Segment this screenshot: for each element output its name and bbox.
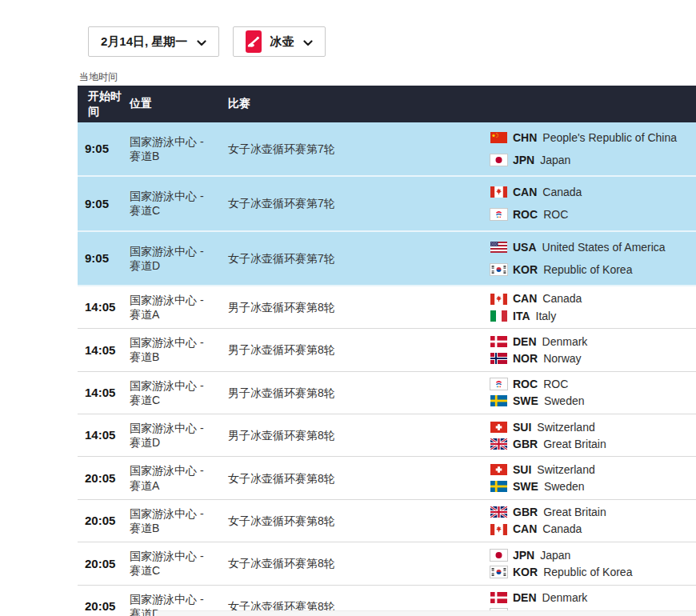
team-name: Canada [542, 522, 582, 536]
team: NORNorway [490, 350, 696, 366]
team: DENDenmark [490, 333, 696, 350]
start-time: 9:05 [78, 141, 128, 157]
team: CANCanada [490, 290, 696, 307]
team-code: SWE [513, 394, 538, 408]
header-location: 位置 [128, 96, 227, 111]
match-title: 男子冰壶循环赛第8轮 [227, 342, 490, 357]
team: SUISwitzerland [490, 461, 696, 478]
teams: SUISwitzerlandSWESweden [490, 457, 696, 498]
location: 国家游泳中心 - 赛道A [128, 288, 227, 326]
team: CANCanada [490, 181, 696, 203]
match-title: 女子冰壶循环赛第7轮 [227, 251, 490, 266]
flag-can-icon [490, 294, 507, 305]
flag-den-icon [490, 592, 507, 603]
team-code: KOR [513, 565, 538, 579]
start-time: 20:05 [78, 470, 128, 486]
team: CHNPeople's Republic of China [490, 126, 696, 149]
team: JPNJapan [490, 149, 696, 171]
team-code: NOR [513, 351, 538, 366]
team: GBRGreat Britain [490, 435, 696, 452]
start-time: 20:05 [78, 598, 128, 614]
chevron-down-icon [197, 35, 206, 49]
team: KORRepublic of Korea [490, 563, 696, 580]
team-name: Norway [543, 351, 581, 366]
team-name: ROC [543, 207, 568, 222]
schedule-row[interactable]: 14:05国家游泳中心 - 赛道D男子冰壶循环赛第8轮SUISwitzerlan… [78, 414, 696, 457]
team-name: Canada [542, 291, 582, 306]
team: DENDenmark [490, 590, 696, 606]
location: 国家游泳中心 - 赛道B [128, 130, 227, 168]
team-name: Italy [536, 309, 557, 323]
team-code: SUI [513, 462, 531, 477]
flag-roc-icon [490, 378, 507, 390]
team-name: People's Republic of China [542, 130, 677, 145]
team-name: Sweden [544, 479, 585, 494]
schedule-table-header: 开始时间 位置 比赛 [78, 86, 696, 122]
flag-sui-icon [490, 464, 507, 475]
location: 国家游泳中心 - 赛道B [128, 330, 227, 369]
flag-jpn-icon [490, 154, 507, 166]
team-code: CAN [513, 185, 537, 199]
teams: ROCROCSWESweden [490, 372, 696, 414]
location: 国家游泳中心 - 赛道D [128, 416, 227, 454]
flag-nor-icon [490, 353, 507, 364]
schedule-row[interactable]: 20:05国家游泳中心 - 赛道A女子冰壶循环赛第8轮SUISwitzerlan… [78, 457, 696, 499]
team-name: Canada [542, 185, 582, 199]
team: USAUnited States of America [490, 236, 696, 258]
schedule-row[interactable]: 9:05国家游泳中心 - 赛道B女子冰壶循环赛第7轮CHNPeople's Re… [78, 122, 696, 177]
team-name: Denmark [542, 590, 588, 605]
team: GBRGreat Britain [490, 504, 696, 521]
teams: CHNPeople's Republic of ChinaJPNJapan [490, 122, 696, 175]
team-code: USA [513, 240, 537, 254]
team: ITAItaly [490, 307, 696, 324]
start-time: 14:05 [78, 385, 128, 401]
teams: JPNJapanKORRepublic of Korea [490, 542, 696, 584]
schedule-row[interactable]: 14:05国家游泳中心 - 赛道A男子冰壶循环赛第8轮CANCanadaITAI… [78, 286, 696, 329]
team-code: CHN [513, 130, 537, 145]
team: CANCanada [490, 521, 696, 538]
match-title: 女子冰壶循环赛第7轮 [227, 142, 490, 156]
teams: USAUnited States of AmericaKORRepublic o… [490, 232, 696, 285]
team-code: JPN [513, 548, 534, 562]
flag-usa-icon [490, 242, 507, 253]
team-name: Switzerland [537, 420, 594, 434]
schedule-row[interactable]: 14:05国家游泳中心 - 赛道B男子冰壶循环赛第8轮DENDenmarkNOR… [78, 329, 696, 371]
team-code: ROC [513, 377, 538, 391]
location: 国家游泳中心 - 赛道C [128, 374, 227, 412]
start-time: 9:05 [78, 250, 128, 266]
start-time: 20:05 [78, 556, 128, 572]
schedule-row[interactable]: 20:05国家游泳中心 - 赛道C女子冰壶循环赛第8轮JPNJapanKORRe… [78, 542, 696, 585]
location: 国家游泳中心 - 赛道D [128, 239, 227, 278]
match-title: 女子冰壶循环赛第8轮 [227, 514, 490, 528]
team-name: United States of America [542, 240, 666, 254]
team-name: Sweden [544, 394, 585, 408]
team: JPNJapan [490, 546, 696, 563]
start-time: 14:05 [78, 299, 128, 315]
team-name: Great Britain [543, 437, 606, 451]
flag-sui-icon [490, 422, 507, 433]
schedule-row[interactable]: 9:05国家游泳中心 - 赛道D女子冰壶循环赛第7轮USAUnited Stat… [78, 232, 696, 286]
match-title: 女子冰壶循环赛第8轮 [227, 556, 490, 570]
start-time: 14:05 [78, 427, 128, 443]
date-filter-label: 2月14日, 星期一 [101, 34, 187, 50]
team-code: KOR [513, 262, 538, 277]
sport-filter-dropdown[interactable]: 冰壶 [233, 26, 326, 57]
date-filter-dropdown[interactable]: 2月14日, 星期一 [88, 26, 219, 57]
schedule-rows: 9:05国家游泳中心 - 赛道B女子冰壶循环赛第7轮CHNPeople's Re… [78, 122, 696, 616]
team-code: GBR [513, 505, 538, 519]
schedule-row[interactable]: 20:05国家游泳中心 - 赛道B女子冰壶循环赛第8轮GBRGreat Brit… [78, 500, 696, 542]
flag-jpn-icon [490, 550, 507, 561]
schedule-row[interactable]: 14:05国家游泳中心 - 赛道C男子冰壶循环赛第8轮ROCROCSWESwed… [78, 372, 696, 414]
filter-bar: 2月14日, 星期一 冰壶 [88, 26, 326, 57]
sport-filter-label: 冰壶 [270, 34, 294, 50]
schedule-row[interactable]: 9:05国家游泳中心 - 赛道C女子冰壶循环赛第7轮CANCanadaROCRO… [78, 177, 696, 231]
schedule-table: 开始时间 位置 比赛 9:05国家游泳中心 - 赛道B女子冰壶循环赛第7轮CHN… [78, 86, 696, 616]
match-title: 女子冰壶循环赛第8轮 [227, 471, 490, 486]
location: 国家游泳中心 - 赛道C [128, 184, 227, 222]
team-code: CAN [513, 291, 537, 306]
flag-can-icon [490, 186, 507, 198]
flag-can-icon [490, 524, 507, 535]
team-name: Great Britain [543, 505, 606, 519]
match-title: 男子冰壶循环赛第8轮 [227, 300, 490, 314]
teams: SUISwitzerlandGBRGreat Britain [490, 414, 696, 456]
